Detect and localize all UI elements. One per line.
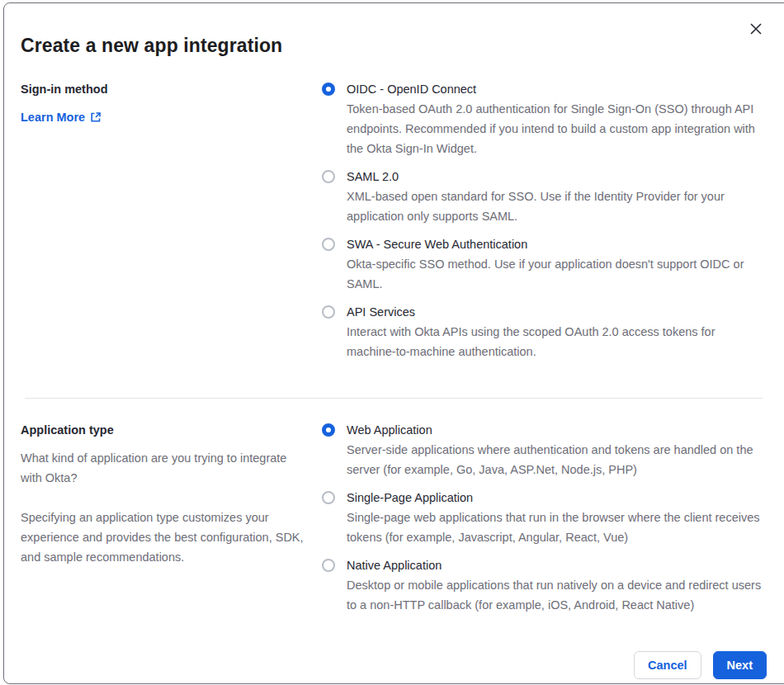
radio-option-swa[interactable]: SWA - Secure Web Authentication Okta-spe… (322, 234, 767, 294)
application-type-section: Application type What kind of applicatio… (21, 420, 767, 623)
dialog-title: Create a new app integration (21, 33, 767, 58)
close-icon[interactable] (747, 20, 765, 38)
option-label: SAML 2.0 (347, 167, 767, 187)
create-app-integration-dialog: Create a new app integration Sign-in met… (3, 2, 784, 684)
radio-option-web-application[interactable]: Web Application Server-side applications… (322, 420, 767, 480)
option-description: Single-page web applications that run in… (347, 508, 767, 547)
radio-option-single-page-application[interactable]: Single-Page Application Single-page web … (322, 488, 767, 547)
signin-method-left-column: Sign-in method Learn More (21, 79, 309, 370)
application-type-options: Web Application Server-side applications… (322, 420, 767, 623)
option-label: Web Application (347, 420, 767, 440)
signin-method-options: OIDC - OpenID Connect Token-based OAuth … (322, 79, 767, 370)
option-label: SWA - Secure Web Authentication (347, 234, 767, 254)
radio-icon-oidc[interactable] (322, 83, 335, 96)
radio-option-oidc[interactable]: OIDC - OpenID Connect Token-based OAuth … (322, 79, 767, 158)
close-x-glyph (749, 22, 763, 35)
radio-icon-saml[interactable] (322, 170, 335, 183)
radio-icon-native-application[interactable] (322, 559, 335, 572)
section-divider (25, 398, 763, 399)
dialog-footer: Cancel Next (21, 651, 767, 679)
application-type-heading: Application type (21, 420, 309, 440)
radio-icon-web-application[interactable] (322, 423, 335, 437)
signin-method-section: Sign-in method Learn More OIDC - OpenID … (21, 79, 767, 370)
learn-more-link[interactable]: Learn More (21, 107, 102, 127)
option-description: Desktop or mobile applications that run … (347, 575, 767, 615)
application-type-left-column: Application type What kind of applicatio… (21, 420, 309, 623)
external-link-icon (90, 111, 102, 123)
option-label: API Services (347, 302, 767, 322)
radio-option-saml[interactable]: SAML 2.0 XML-based open standard for SSO… (322, 167, 767, 226)
radio-option-api-services[interactable]: API Services Interact with Okta APIs usi… (322, 302, 767, 361)
option-label: Native Application (347, 555, 767, 575)
radio-option-native-application[interactable]: Native Application Desktop or mobile app… (322, 555, 767, 615)
next-button[interactable]: Next (713, 651, 767, 679)
radio-icon-api-services[interactable] (322, 305, 335, 319)
option-description: Server-side applications where authentic… (347, 440, 767, 480)
signin-method-heading: Sign-in method (21, 79, 309, 99)
option-label: OIDC - OpenID Connect (347, 79, 767, 99)
dialog-content: Create a new app integration Sign-in met… (4, 3, 784, 683)
radio-icon-single-page-application[interactable] (322, 491, 335, 504)
option-label: Single-Page Application (347, 488, 767, 508)
radio-icon-swa[interactable] (322, 238, 335, 251)
application-type-description-1: What kind of application are you trying … (21, 448, 309, 488)
learn-more-label: Learn More (21, 107, 85, 127)
option-description: XML-based open standard for SSO. Use if … (347, 187, 767, 226)
cancel-button[interactable]: Cancel (634, 651, 701, 679)
option-description: Interact with Okta APIs using the scoped… (347, 322, 767, 361)
option-description: Okta-specific SSO method. Use if your ap… (347, 254, 767, 294)
option-description: Token-based OAuth 2.0 authentication for… (347, 99, 767, 158)
application-type-description-2: Specifying an application type customize… (21, 508, 309, 567)
